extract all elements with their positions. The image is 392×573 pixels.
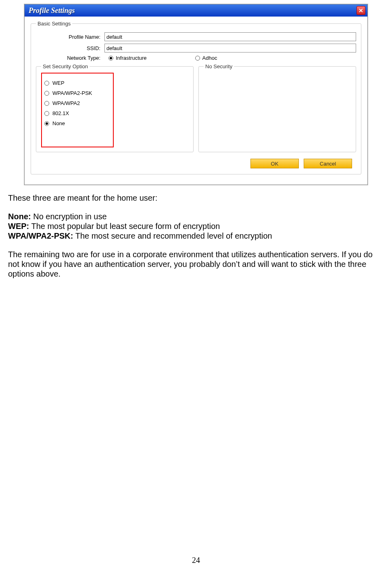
radio-icon bbox=[44, 91, 49, 96]
radio-icon bbox=[44, 81, 49, 86]
wpa-desc: The most secure and recommended level of… bbox=[73, 231, 272, 240]
ssid-label: SSID: bbox=[36, 45, 104, 51]
radio-8021x[interactable]: 802.1X bbox=[44, 110, 111, 116]
radio-none-label: None bbox=[52, 120, 65, 126]
radio-wpapsk-label: WPA/WPA2-PSK bbox=[52, 90, 92, 96]
profile-name-input[interactable] bbox=[104, 32, 356, 41]
window-title: Profile Settings bbox=[29, 6, 75, 15]
radio-adhoc[interactable]: Adhoc bbox=[195, 55, 217, 61]
radio-wpapsk[interactable]: WPA/WPA2-PSK bbox=[44, 90, 111, 96]
profile-name-label: Profile Name: bbox=[36, 34, 104, 40]
radio-wpa[interactable]: WPA/WPA2 bbox=[44, 100, 111, 106]
intro-text: These three are meant for the home user: bbox=[8, 193, 384, 203]
radio-icon bbox=[44, 101, 49, 106]
radio-8021x-label: 802.1X bbox=[52, 110, 69, 116]
profile-settings-window: Profile Settings ✕ Basic Settings Profil… bbox=[24, 4, 368, 185]
none-term: None: bbox=[8, 212, 31, 221]
radio-icon bbox=[195, 56, 200, 61]
network-type-label: Network Type: bbox=[36, 55, 104, 61]
none-desc: No encryption in use bbox=[31, 212, 107, 221]
ok-button[interactable]: OK bbox=[250, 159, 299, 168]
no-security-group: No Security bbox=[198, 63, 356, 152]
close-icon: ✕ bbox=[359, 7, 363, 14]
radio-adhoc-label: Adhoc bbox=[202, 55, 217, 61]
wpa-term: WPA/WPA2-PSK: bbox=[8, 231, 73, 240]
page-number: 24 bbox=[0, 556, 392, 565]
radio-icon bbox=[44, 121, 49, 126]
radio-infrastructure-label: Infrastructure bbox=[116, 55, 147, 61]
basic-settings-legend: Basic Settings bbox=[36, 21, 72, 27]
no-security-legend: No Security bbox=[204, 63, 234, 69]
document-text: These three are meant for the home user:… bbox=[8, 193, 384, 279]
ssid-input[interactable] bbox=[104, 44, 356, 52]
radio-icon bbox=[44, 111, 49, 116]
radio-wpa-label: WPA/WPA2 bbox=[52, 100, 80, 106]
titlebar: Profile Settings ✕ bbox=[25, 4, 367, 17]
radio-icon bbox=[108, 56, 113, 61]
radio-none[interactable]: None bbox=[44, 120, 111, 126]
radio-wep-label: WEP bbox=[52, 80, 65, 86]
wep-term: WEP: bbox=[8, 222, 29, 231]
radio-infrastructure[interactable]: Infrastructure bbox=[108, 55, 147, 61]
basic-settings-group: Basic Settings Profile Name: SSID: Netwo… bbox=[31, 21, 361, 174]
security-option-group: Set Security Option WEP WPA/WPA2-PSK bbox=[36, 63, 194, 152]
outro-text: The remaining two are for use in a corpo… bbox=[8, 250, 384, 279]
cancel-button[interactable]: Cancel bbox=[304, 159, 352, 168]
security-option-legend: Set Security Option bbox=[41, 63, 90, 69]
window-body: Basic Settings Profile Name: SSID: Netwo… bbox=[25, 17, 367, 185]
wep-desc: The most popular but least secure form o… bbox=[29, 222, 220, 231]
close-button[interactable]: ✕ bbox=[357, 6, 365, 15]
radio-wep[interactable]: WEP bbox=[44, 80, 111, 86]
security-highlight-box: WEP WPA/WPA2-PSK WPA/WPA2 bbox=[41, 73, 114, 147]
